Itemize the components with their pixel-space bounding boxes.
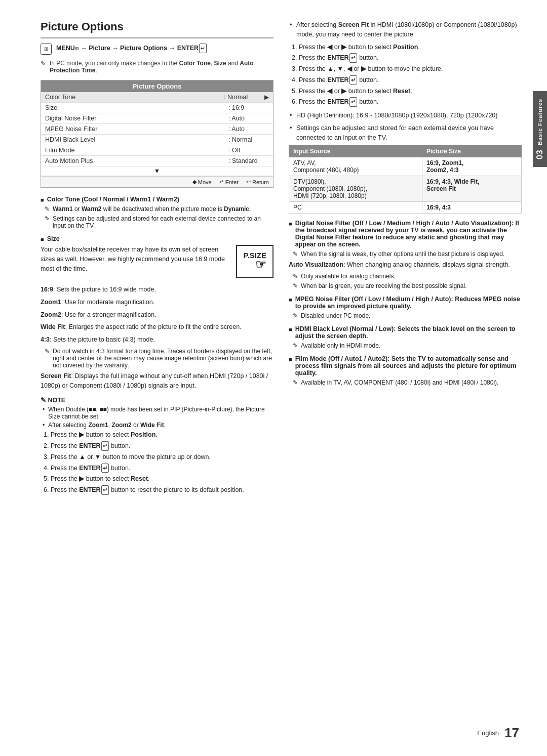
size-zoom2: Zoom2: Use for a stronger magnification.	[41, 310, 274, 320]
size-title-text: Size	[47, 235, 60, 242]
color-tone-title-text: Color Tone (Cool / Normal / Warm1 / Warm…	[47, 196, 179, 203]
screen-fit-steps: Press the ◀ or ▶ button to select Positi…	[289, 43, 522, 107]
menu-label: MENU⊞ → Picture → Picture Options → ENTE…	[56, 45, 207, 52]
table-cell-dtv-size: 16:9, 4:3, Wide Fit,Screen Fit	[422, 176, 521, 202]
options-row-scroll: ▼	[41, 166, 273, 176]
menu-path: ⊞ MENU⊞ → Picture → Picture Options → EN…	[41, 44, 274, 55]
picture-options-header: Picture Options	[41, 80, 273, 92]
zoom-step-2: Press the ENTER↵ button.	[51, 441, 274, 451]
settings-note: Settings can be adjusted and stored for …	[289, 123, 522, 143]
table-cell-dtv-source: DTV(1080i),Component (1080i, 1080p),HDMI…	[289, 176, 422, 202]
mpeg-noise-note: Disabled under PC mode.	[289, 312, 522, 319]
size-warning: Do not watch in 4:3 format for a long ti…	[41, 348, 274, 369]
right-column: After selecting Screen Fit in HDMI (1080…	[289, 20, 522, 736]
side-tab: 03 Basic Features	[533, 91, 547, 167]
options-footer: ◆ Move ↵ Enter ↩ Return	[41, 176, 273, 187]
screen-fit-desc: Screen Fit: Displays the full image with…	[41, 371, 274, 391]
table-cell-pc-size: 16:9, 4:3	[422, 202, 521, 214]
enter-icon: ↵	[219, 179, 224, 185]
move-label: Move	[198, 179, 212, 185]
footer-move: ◆ Move	[192, 179, 212, 185]
color-tone-section: Color Tone (Cool / Normal / Warm1 / Warm…	[41, 196, 274, 229]
side-tab-label: Basic Features	[536, 99, 543, 145]
option-label-mpeg-noise: MPEG Noise Filter	[45, 125, 228, 133]
film-mode-note: Available in TV, AV, COMPONENT (480i / 1…	[289, 379, 522, 386]
hdmi-black-section: HDMI Black Level (Normal / Low): Selects…	[289, 325, 522, 349]
color-tone-note2: Settings can be adjusted and stored for …	[41, 215, 274, 229]
hdmi-black-title-text: HDMI Black Level (Normal / Low): Selects…	[295, 325, 522, 340]
color-tone-note1: Warm1 or Warm2 will be deactivated when …	[41, 205, 274, 213]
size-title: Size	[41, 235, 274, 242]
option-arrow-color-tone: ▶	[264, 94, 269, 101]
zoom-step-4: Press the ENTER↵ button.	[51, 464, 274, 473]
side-tab-number: 03	[535, 149, 545, 159]
option-value-digital-noise: : Auto	[228, 115, 269, 122]
return-icon: ↩	[246, 179, 251, 185]
film-mode-title-text: Film Mode (Off / Auto1 / Auto2): Sets th…	[295, 355, 522, 376]
table-row-pc: PC 16:9, 4:3	[289, 202, 522, 214]
options-row-mpeg-noise[interactable]: MPEG Noise Filter : Auto	[41, 124, 273, 135]
picture-options-box: Picture Options Color Tone : Normal ▶ Si…	[41, 80, 274, 188]
footer-enter: ↵ Enter	[219, 179, 239, 185]
note-bullet-zoom: After selecting Zoom1, Zoom2 or Wide Fit…	[41, 422, 274, 429]
option-value-film-mode: : Off	[228, 147, 269, 154]
table-row-dtv: DTV(1080i),Component (1080i, 1080p),HDMI…	[289, 176, 522, 202]
pc-mode-note: In PC mode, you can only make changes to…	[41, 60, 274, 74]
table-cell-atv-source: ATV, AV,Component (480i, 480p)	[289, 157, 422, 176]
options-row-auto-motion[interactable]: Auto Motion Plus : Standard	[41, 156, 273, 166]
option-label-film-mode: Film Mode	[45, 147, 228, 154]
menu-icon: ⊞	[41, 44, 52, 55]
table-row-atv: ATV, AV,Component (480i, 480p) 16:9, Zoo…	[289, 157, 522, 176]
film-mode-section: Film Mode (Off / Auto1 / Auto2): Sets th…	[289, 355, 522, 386]
auto-vis-note1: Only available for analog channels.	[289, 273, 522, 280]
options-row-color-tone[interactable]: Color Tone : Normal ▶	[41, 92, 273, 103]
digital-noise-section: Digital Noise Filter (Off / Low / Medium…	[289, 220, 522, 289]
english-label: English	[477, 729, 499, 737]
screen-fit-step-2: Press the ENTER↵ button.	[299, 53, 522, 63]
auto-vis-note2: When bar is green, you are receiving the…	[289, 282, 522, 289]
page-container: 03 Basic Features Picture Options ⊞ MENU…	[0, 0, 547, 756]
return-label: Return	[252, 179, 269, 185]
mpeg-noise-title: MPEG Noise Filter (Off / Low / Medium / …	[289, 296, 522, 310]
hdmi-black-title: HDMI Black Level (Normal / Low): Selects…	[289, 325, 522, 340]
options-row-film-mode[interactable]: Film Mode : Off	[41, 145, 273, 156]
screen-fit-step-4: Press the ENTER↵ button.	[299, 75, 522, 85]
digital-noise-note: When the signal is weak, try other optio…	[289, 250, 522, 258]
option-label-hdmi-black: HDMI Black Level	[45, 136, 228, 143]
table-cell-pc-source: PC	[289, 202, 422, 214]
color-tone-title: Color Tone (Cool / Normal / Warm1 / Warm…	[41, 196, 274, 203]
page-title: Picture Options	[41, 20, 274, 38]
input-source-table: Input Source Picture Size ATV, AV,Compon…	[289, 145, 522, 214]
hdmi-black-note: Available only in HDMI mode.	[289, 342, 522, 349]
screen-fit-step-3: Press the ▲, ▼, ◀ or ▶ button to move th…	[299, 64, 522, 74]
scroll-indicator: ▼	[154, 167, 160, 175]
option-label-auto-motion: Auto Motion Plus	[45, 157, 228, 164]
digital-noise-title-text: Digital Noise Filter (Off / Low / Medium…	[295, 220, 522, 248]
table-cell-atv-size: 16:9, Zoom1,Zoom2, 4:3	[422, 157, 521, 176]
option-value-mpeg-noise: : Auto	[228, 125, 269, 133]
enter-label: Enter	[225, 179, 239, 185]
psize-hand: ☞	[243, 258, 266, 272]
digital-noise-title: Digital Noise Filter (Off / Low / Medium…	[289, 220, 522, 248]
option-value-auto-motion: : Standard	[228, 157, 269, 164]
note-header: NOTE	[41, 396, 274, 404]
screen-fit-step-1: Press the ◀ or ▶ button to select Positi…	[299, 43, 522, 52]
zoom-step-6: Press the ENTER↵ button to reset the pic…	[51, 485, 274, 495]
option-label-digital-noise: Digital Noise Filter	[45, 115, 228, 122]
move-icon: ◆	[192, 179, 197, 185]
option-value-size: : 16:9	[228, 104, 269, 111]
option-label-color-tone: Color Tone	[45, 94, 224, 101]
note-bullet-pip: When Double (■■, ■■) mode has been set i…	[41, 406, 274, 420]
options-row-hdmi-black[interactable]: HDMI Black Level : Normal	[41, 135, 273, 145]
psize-box: P.SIZE ☞	[236, 245, 274, 278]
note-section: NOTE When Double (■■, ■■) mode has been …	[41, 396, 274, 495]
options-row-digital-noise[interactable]: Digital Noise Filter : Auto	[41, 113, 273, 124]
options-row-size[interactable]: Size : 16:9	[41, 103, 273, 113]
mpeg-noise-section: MPEG Noise Filter (Off / Low / Medium / …	[289, 296, 522, 319]
table-header-source: Input Source	[289, 146, 422, 157]
zoom-steps-list: Press the ▶ button to select Position. P…	[41, 430, 274, 495]
menu-path-text: MENU⊞ → Picture → Picture Options → ENTE…	[56, 44, 207, 53]
zoom-step-5: Press the ▶ button to select Reset.	[51, 474, 274, 484]
footer-return: ↩ Return	[246, 179, 269, 185]
option-value-hdmi-black: : Normal	[228, 136, 269, 143]
